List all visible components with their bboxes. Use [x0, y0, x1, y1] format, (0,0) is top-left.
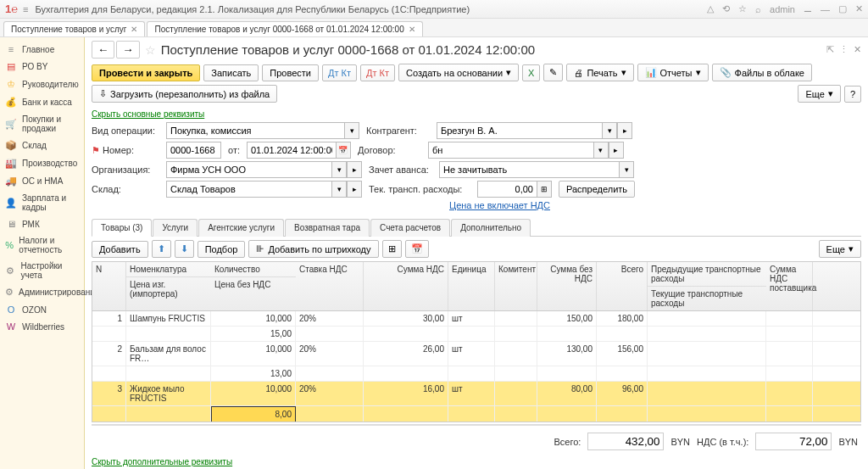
dt-kt-alt-button[interactable]: Дт Кт — [360, 64, 395, 81]
cell-nds-sum[interactable]: 30,00 — [364, 311, 448, 326]
dt-kt-button[interactable]: Дт Кт — [322, 64, 357, 81]
col-n[interactable]: N — [92, 262, 126, 310]
cell-sum-no-nds[interactable]: 80,00 — [537, 382, 597, 405]
col-import-price[interactable]: Цена изг. (импортера) — [126, 276, 211, 301]
org-input[interactable] — [166, 161, 331, 178]
section-tab[interactable]: Дополнительно — [451, 219, 531, 237]
sidebar-item[interactable]: 🏭Производство — [0, 154, 84, 172]
table-icon-2[interactable]: 📅 — [405, 240, 429, 258]
doc-tab-current[interactable]: Поступление товаров и услуг 0000-1668 от… — [147, 21, 422, 36]
col-quantity[interactable]: Количество — [211, 262, 296, 276]
cell-qty[interactable]: 10,000 — [211, 311, 296, 326]
cell-total[interactable]: 180,00 — [597, 311, 648, 326]
sidebar-item[interactable]: ▤РО BY — [0, 58, 84, 75]
sidebar-item[interactable]: WWildberries — [0, 318, 84, 335]
section-tab[interactable]: Счета расчетов — [370, 219, 450, 237]
cell-sum-no-nds[interactable]: 150,00 — [537, 311, 597, 326]
add-row-button[interactable]: Добавить — [92, 241, 148, 258]
cell-komitent[interactable] — [495, 311, 537, 326]
load-from-file-button[interactable]: ⇩ Загрузить (перезаполнить) из файла — [92, 85, 277, 103]
cell-qty[interactable]: 10,000 — [211, 342, 296, 366]
search-icon[interactable]: ⌕ — [755, 4, 761, 14]
menu-icon[interactable]: ≡ — [23, 4, 28, 14]
advance-select[interactable] — [439, 161, 619, 178]
sidebar-item[interactable]: 🚚ОС и НМА — [0, 172, 84, 190]
cell-price[interactable]: 15,00 — [211, 327, 296, 341]
excel-icon[interactable]: X — [522, 64, 540, 81]
edit-icon[interactable]: ✎ — [543, 64, 563, 81]
col-unit[interactable]: Единица — [448, 262, 495, 310]
cell-nds-sum[interactable]: 16,00 — [364, 382, 448, 405]
pick-button[interactable]: Подбор — [198, 241, 246, 258]
cell-price[interactable]: 8,00 — [211, 406, 296, 422]
contragent-input[interactable] — [437, 122, 602, 139]
cell-nds-sum[interactable]: 26,00 — [364, 342, 448, 366]
cell-nds-supp[interactable] — [766, 311, 813, 326]
col-komitent[interactable]: Комитент — [495, 262, 537, 310]
cell-nomenclature[interactable]: Шампунь FRUCTIS — [126, 311, 211, 326]
col-price-no-nds[interactable]: Цена без НДС — [211, 276, 296, 292]
store-input[interactable] — [166, 181, 331, 198]
move-up-button[interactable]: ⬆ — [152, 240, 171, 258]
cell-rate[interactable]: 20% — [296, 311, 364, 326]
table-row[interactable]: 2 Бальзам для волос FR… 10,000 20% 26,00… — [92, 342, 860, 366]
add-barcode-button[interactable]: ⊪ Добавить по штрихкоду — [248, 240, 378, 258]
sidebar-item[interactable]: 🖥РМК — [0, 215, 84, 232]
transp-input[interactable] — [477, 181, 537, 198]
col-prev-transp[interactable]: Предыдущие транспортные расходы — [648, 262, 766, 286]
cell-komitent[interactable] — [495, 342, 537, 366]
section-tab[interactable]: Возвратная тара — [285, 219, 370, 237]
open-icon[interactable]: ▸ — [617, 122, 632, 139]
create-based-button[interactable]: Создать на основании ▾ — [398, 64, 519, 81]
minimize-icon[interactable]: — — [821, 4, 830, 14]
open-icon[interactable]: ▸ — [609, 142, 624, 159]
cell-prev-transp[interactable] — [648, 311, 766, 326]
section-tab[interactable]: Товары (3) — [92, 219, 152, 237]
dropdown-icon[interactable]: ▾ — [593, 142, 609, 159]
cell-nds-supp[interactable] — [766, 382, 813, 405]
table-icon-1[interactable]: ⊞ — [382, 240, 402, 258]
cell-rate[interactable]: 20% — [296, 342, 364, 366]
cell-sum-no-nds[interactable]: 130,00 — [537, 342, 597, 366]
more-button[interactable]: Еще ▾ — [798, 85, 840, 103]
move-down-button[interactable]: ⬇ — [175, 240, 194, 258]
sidebar-item[interactable]: ⚙Настройки учета — [0, 258, 84, 283]
col-cur-transp[interactable]: Текущие транспортные расходы — [648, 286, 766, 310]
sidebar-item[interactable]: 🛒Покупки и продажи — [0, 111, 84, 137]
sidebar-item[interactable]: 👤Зарплата и кадры — [0, 190, 84, 215]
nav-forward-button[interactable]: → — [116, 41, 139, 59]
calc-icon[interactable]: ⊞ — [537, 181, 552, 198]
cell-prev-transp[interactable] — [648, 342, 766, 366]
cell-nomenclature[interactable]: Бальзам для волос FR… — [126, 342, 211, 366]
cell-unit[interactable]: шт — [448, 382, 495, 405]
post-and-close-button[interactable]: Провести и закрыть — [92, 64, 200, 81]
table-row[interactable]: 3 Жидкое мыло FRUCTIS 10,000 20% 16,00 ш… — [92, 382, 860, 406]
help-button[interactable]: ? — [844, 86, 861, 103]
reports-button[interactable]: 📊 Отчеты ▾ — [637, 64, 709, 81]
sidebar-item[interactable]: %Налоги и отчетность — [0, 232, 84, 258]
table-row[interactable]: 1 Шампунь FRUCTIS 10,000 20% 30,00 шт 15… — [92, 311, 860, 327]
tab-close-icon[interactable]: ✕ — [131, 25, 137, 34]
cell-rate[interactable]: 20% — [296, 382, 364, 405]
favorite-icon[interactable]: ☆ — [738, 3, 747, 14]
close-icon[interactable]: ✕ — [855, 3, 863, 14]
user-label[interactable]: admin — [770, 4, 795, 14]
cell-price[interactable]: 13,00 — [211, 366, 296, 381]
hide-main-link[interactable]: Скрыть основные реквизиты — [85, 108, 868, 120]
section-tab[interactable]: Услуги — [153, 219, 198, 237]
sidebar-item[interactable]: ⚙Администрирование — [0, 283, 84, 301]
sidebar-item[interactable]: ≡Главное — [0, 41, 84, 58]
hide-extra-link[interactable]: Скрыть дополнительные реквизиты — [85, 455, 868, 468]
dropdown-icon[interactable]: ▾ — [344, 122, 359, 139]
link-icon[interactable]: ⇱ — [826, 44, 834, 55]
cell-nomenclature[interactable]: Жидкое мыло FRUCTIS — [126, 382, 211, 405]
dropdown-icon[interactable]: ▾ — [619, 161, 634, 178]
distribute-button[interactable]: Распределить — [559, 181, 635, 198]
cell-komitent[interactable] — [495, 382, 537, 405]
open-icon[interactable]: ▸ — [347, 181, 362, 198]
col-nomenclature[interactable]: Номенклатура — [126, 262, 211, 276]
close-form-icon[interactable]: ✕ — [854, 44, 861, 55]
dropdown-icon[interactable]: ▾ — [331, 161, 347, 178]
table-row-sub[interactable]: 8,00 — [92, 406, 860, 422]
col-nds-sum[interactable]: Сумма НДС — [364, 262, 448, 310]
